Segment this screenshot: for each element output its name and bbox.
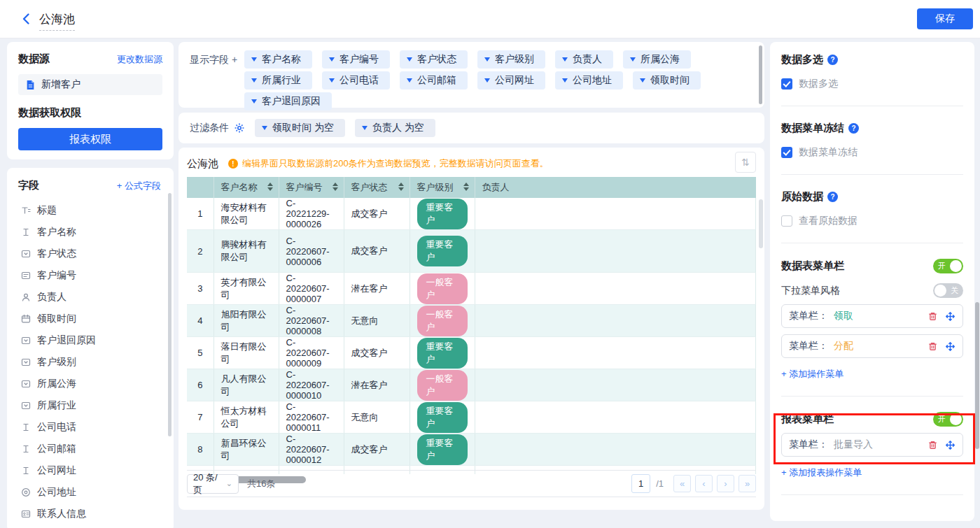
field-item-contact-info[interactable]: 联系人信息 (18, 503, 165, 525)
add-display-field-button[interactable]: + (232, 54, 237, 65)
calendar-icon (21, 314, 31, 324)
field-item-company-address[interactable]: 公司地址 (18, 481, 165, 503)
document-icon (25, 80, 36, 90)
table-row[interactable]: 2 腾骏材料有限公司 C-20220607-0000006 成交客户 重要客户 (187, 230, 756, 273)
multi-select-checkbox[interactable] (781, 78, 792, 90)
table-vertical-scrollbar[interactable] (759, 199, 763, 248)
field-item-customer-name[interactable]: 客户名称 (18, 221, 165, 243)
field-item-company-website[interactable]: 公司网址 (18, 459, 165, 481)
help-icon[interactable]: ? (827, 55, 838, 65)
display-fields-scrollbar[interactable] (759, 45, 762, 104)
field-item-return-reason[interactable]: 客户退回原因 (18, 329, 165, 351)
next-page-button[interactable]: › (717, 475, 734, 492)
page-scrollbar[interactable] (975, 302, 979, 449)
table-row[interactable]: 5 落日有限公司 C-20220607-0000009 成交客户 重要客户 (187, 337, 756, 369)
table-row[interactable]: 6 凡人有限公司 C-20220607-0000010 潜在客户 一般客户 (187, 369, 756, 401)
field-item-pool[interactable]: 所属公海 (18, 373, 165, 394)
menu-item-batch-import[interactable]: 菜单栏：批量导入 (781, 433, 963, 457)
add-formula-field-link[interactable]: + 公式字段 (117, 180, 161, 192)
display-field-chip[interactable]: 客户编号 (322, 50, 390, 69)
gear-icon[interactable] (234, 122, 245, 134)
chevron-down-icon (630, 57, 636, 62)
delete-icon[interactable] (927, 311, 938, 322)
prev-page-button[interactable]: ‹ (695, 475, 713, 492)
field-item-industry[interactable]: 所属行业 (18, 394, 165, 416)
help-icon[interactable]: ? (827, 192, 838, 202)
sort-icon[interactable] (398, 183, 404, 191)
location-icon (21, 487, 31, 497)
left-sidebar: 数据源 更改数据源 新增客户 数据获取权限 报表权限 字段 + 公式字段 标题 … (7, 42, 174, 528)
add-report-menu-link[interactable]: + 添加报表操作菜单 (781, 466, 862, 479)
last-page-button[interactable]: » (738, 475, 756, 492)
display-field-chip[interactable]: 客户级别 (477, 50, 545, 69)
filter-card: 过滤条件 领取时间 为空 负责人 为空 (178, 113, 764, 143)
field-item-title[interactable]: 标题 (18, 199, 165, 221)
display-field-chip[interactable]: 客户状态 (400, 50, 468, 69)
menu-item-claim[interactable]: 菜单栏：领取 (781, 304, 963, 328)
display-field-chip[interactable]: 公司地址 (555, 71, 623, 90)
raw-data-checkbox[interactable] (781, 215, 792, 227)
multi-select-label: 数据多选 (799, 78, 838, 90)
menu-freeze-title: 数据菜单冻结 (781, 122, 844, 135)
menu-item-value: 批量导入 (834, 438, 873, 451)
display-field-chip[interactable]: 公司网址 (477, 71, 545, 90)
delete-icon[interactable] (927, 440, 938, 450)
report-menu-title: 报表菜单栏 (781, 413, 834, 426)
back-icon[interactable] (20, 12, 34, 26)
page-number-input[interactable]: 1 (631, 474, 650, 493)
report-menu-toggle[interactable]: 开 (933, 412, 963, 427)
display-field-chip[interactable]: 所属行业 (244, 71, 312, 90)
sort-icon[interactable] (332, 183, 338, 191)
display-field-chip[interactable]: 客户名称 (244, 50, 312, 69)
sort-icon[interactable] (463, 183, 469, 191)
help-icon[interactable]: ? (848, 123, 859, 134)
sort-order-button[interactable]: ⇅ (735, 152, 756, 173)
move-icon[interactable] (945, 440, 955, 450)
first-page-button[interactable]: « (673, 475, 691, 492)
dropdown-style-toggle[interactable]: 关 (933, 283, 963, 298)
display-field-chip[interactable]: 负责人 (555, 50, 613, 69)
text-icon (21, 422, 31, 432)
fields-scrollbar[interactable] (168, 193, 172, 436)
report-permission-button[interactable]: 报表权限 (18, 128, 162, 150)
datasource-item-label: 新增客户 (41, 78, 80, 91)
move-icon[interactable] (945, 311, 955, 322)
display-field-chip[interactable]: 公司邮箱 (400, 71, 468, 90)
table-row[interactable]: 1 海安材料有限公司 C-20221229-0000026 成交客户 重要客户 (187, 198, 756, 230)
field-item-company-phone[interactable]: 公司电话 (18, 416, 165, 438)
text-icon (21, 227, 31, 237)
text-icon (21, 444, 31, 454)
preview-table-card: 公海池 ! 编辑界面只取数据源前200条作为查询数据预览，完整数据请访问页面查看… (178, 148, 764, 510)
field-item-owner[interactable]: 负责人 (18, 286, 165, 308)
move-icon[interactable] (945, 341, 955, 352)
datasource-item[interactable]: 新增客户 (18, 74, 162, 95)
page-size-select[interactable]: 20 条/页 ⌄ (187, 474, 239, 494)
save-button[interactable]: 保存 (917, 8, 973, 29)
change-datasource-link[interactable]: 更改数据源 (117, 53, 162, 66)
add-table-menu-link[interactable]: + 添加操作菜单 (781, 368, 844, 380)
display-field-chip[interactable]: 客户退回原因 (244, 92, 332, 110)
page-title[interactable]: 公海池 (39, 11, 75, 31)
display-field-chip[interactable]: 领取时间 (633, 71, 701, 90)
field-item-customer-level[interactable]: 客户级别 (18, 351, 165, 373)
delete-icon[interactable] (927, 341, 938, 352)
serial-icon (21, 271, 31, 280)
table-row[interactable]: 8 新昌环保公司 C-20220607-0000012 成交客户 重要客户 (187, 434, 756, 466)
field-item-company-email[interactable]: 公司邮箱 (18, 438, 165, 459)
filter-chip[interactable]: 领取时间 为空 (255, 119, 345, 137)
filter-chip[interactable]: 负责人 为空 (355, 119, 435, 137)
field-item-customer-code[interactable]: 客户编号 (18, 264, 165, 286)
display-field-chip[interactable]: 公司电话 (322, 71, 390, 90)
display-field-chip[interactable]: 所属公海 (623, 50, 691, 69)
table-menu-toggle[interactable]: 开 (933, 259, 963, 273)
menu-freeze-checkbox[interactable] (781, 147, 792, 158)
field-item-claim-time[interactable]: 领取时间 (18, 308, 165, 329)
table-row[interactable]: 7 恒太方材料公司 C-20220607-0000011 无意向 重要客户 (187, 401, 756, 434)
sort-icon[interactable] (267, 183, 273, 191)
table-row[interactable]: 4 旭阳有限公司 C-20220607-0000008 无意向 一般客户 (187, 305, 756, 337)
display-field-chips: 客户名称 客户编号 客户状态 客户级别 负责人 所属公海 所属行业 公司电话 公… (244, 50, 749, 101)
field-item-customer-status[interactable]: 客户状态 (18, 243, 165, 264)
chevron-down-icon (407, 57, 412, 62)
table-row[interactable]: 3 英才有限公司 C-20220607-0000007 潜在客户 一般客户 (187, 273, 756, 305)
menu-item-assign[interactable]: 菜单栏：分配 (781, 334, 963, 358)
